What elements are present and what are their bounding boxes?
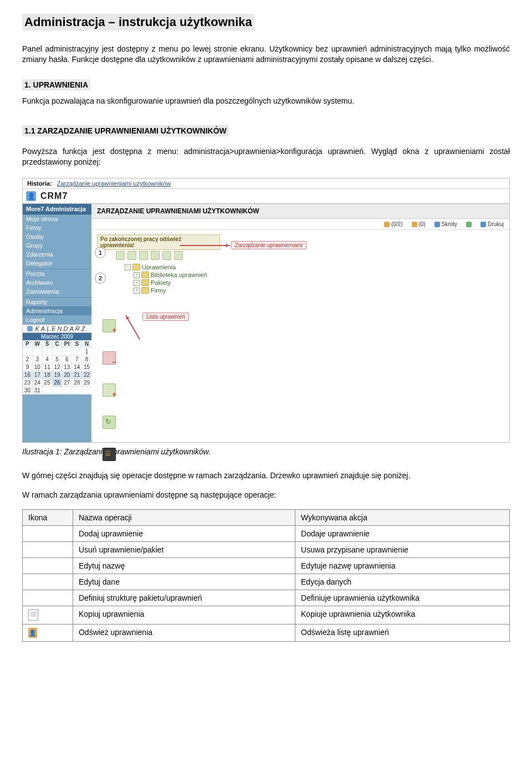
sidebar-item-firmy[interactable]: Firmy	[23, 223, 91, 232]
toolbar-drukuj[interactable]: Drukuj	[480, 221, 504, 227]
op-cell: Kopiuj uprawnienia	[73, 606, 295, 625]
toolbar-count2[interactable]: (0)	[412, 221, 426, 227]
sidebar-item-raporty[interactable]: Raporty	[23, 298, 91, 306]
folder-icon	[141, 287, 149, 294]
main-panel: ZARZĄDZANIE UPRAWNIENIAMI UŻYTKOWNIKÓW (…	[91, 204, 509, 442]
calendar-day[interactable]: 29	[82, 379, 91, 387]
calendar-day[interactable]: 22	[82, 371, 91, 379]
calendar-day[interactable]: 25	[43, 379, 53, 387]
calendar-day[interactable]: 5	[53, 356, 63, 364]
tool-add-icon[interactable]	[116, 251, 125, 260]
tree-expand-icon[interactable]: +	[134, 288, 140, 294]
tree-expand-icon[interactable]: +	[134, 280, 140, 286]
privileges-tree: − Uprawnienia + Biblioteka uprawnień +	[125, 263, 509, 294]
calendar-day[interactable]	[23, 348, 33, 356]
calendar-day[interactable]: 3	[33, 356, 43, 364]
calendar-day[interactable]: 18	[43, 371, 53, 379]
tool-edit-data-icon[interactable]	[151, 251, 160, 260]
tool-delete-icon[interactable]	[127, 251, 136, 260]
act-cell: Edytuje nazwę uprawnienia	[295, 558, 510, 574]
sidebar-item-grupy[interactable]: Grupy	[23, 241, 91, 250]
history-bar: Historia: Zarządzanie uprawnieniami użyt…	[23, 178, 509, 189]
calendar-day[interactable]: 19	[53, 371, 63, 379]
calendar-day[interactable]: 31	[33, 387, 43, 395]
sidebar-item-logout[interactable]: Logout	[23, 315, 91, 324]
calendar-day[interactable]	[62, 387, 72, 395]
brand-icon	[26, 191, 36, 201]
tree-collapse-icon[interactable]: −	[125, 264, 131, 270]
tree-expand-icon[interactable]: +	[134, 272, 140, 278]
calendar-day[interactable]: 6	[62, 356, 72, 364]
toolbar-shortcut-star[interactable]	[466, 221, 472, 227]
sidebar-item-zamowienia[interactable]: Zamówienia	[23, 287, 91, 296]
tool-edit-name-icon[interactable]	[139, 251, 148, 260]
toolbar-count1-text: (0/2)	[391, 221, 403, 227]
sidebar-item-administracja[interactable]: Administracja	[23, 306, 91, 315]
tool-copy-icon[interactable]	[162, 251, 171, 260]
calendar-prev-icon[interactable]	[27, 326, 33, 331]
calendar-day[interactable]: 11	[43, 364, 53, 371]
folder-icon	[141, 279, 149, 286]
annotation-badge-1: 1	[95, 247, 106, 258]
act-cell: Dodaje uprawnienie	[295, 526, 510, 542]
sidebar-item-archiwum[interactable]: Archiwum	[23, 278, 91, 287]
calendar-day[interactable]	[82, 387, 91, 395]
calendar-day[interactable]	[43, 387, 53, 395]
calendar-day[interactable]: 13	[62, 364, 72, 371]
calendar-day[interactable]: 24	[33, 379, 43, 387]
calendar-day[interactable]: 26	[53, 379, 63, 387]
sidebar-item-zdarzenia[interactable]: Zdarzenia	[23, 250, 91, 259]
section-11-text: Powyższa funkcja jest dostępna z menu: a…	[22, 146, 510, 167]
calendar-day[interactable]: 23	[23, 379, 33, 387]
section-1-title: 1. UPRAWNIENIA	[22, 79, 90, 90]
calendar-day[interactable]: 7	[72, 356, 82, 364]
calendar-header: KALENDARZ	[23, 324, 91, 333]
calendar-day[interactable]: 12	[53, 364, 63, 371]
tree-item[interactable]: + Firmy	[134, 286, 509, 294]
tree-item[interactable]: + Pakiety	[134, 279, 509, 286]
calendar-day[interactable]: 27	[62, 379, 72, 387]
main-title: ZARZĄDZANIE UPRAWNIENIAMI UŻYTKOWNIKÓW	[91, 204, 509, 219]
calendar-day[interactable]: 8	[82, 356, 91, 364]
op-cell: Definiuj strukturę pakietu/uprawnień	[73, 590, 295, 606]
calendar-day[interactable]	[72, 348, 82, 356]
calendar-day[interactable]: 16	[23, 371, 33, 379]
tree-root[interactable]: − Uprawnienia	[125, 263, 509, 271]
calendar-day[interactable]: 14	[72, 364, 82, 371]
calendar-day[interactable]	[72, 387, 82, 395]
calendar-dow: N	[82, 340, 91, 348]
calendar-day[interactable]: 15	[82, 364, 91, 371]
sidebar-item-osoby[interactable]: Osoby	[23, 232, 91, 241]
sidebar-item-poczta[interactable]: Poczta	[23, 269, 91, 278]
calendar-day[interactable]	[62, 348, 72, 356]
calendar-day[interactable]	[33, 348, 43, 356]
calendar-day[interactable]: 1	[82, 348, 91, 356]
calendar-day[interactable]: 30	[23, 387, 33, 395]
printer-icon	[480, 222, 486, 227]
calendar-day[interactable]: 4	[43, 356, 53, 364]
calendar-day[interactable]: 9	[23, 364, 33, 371]
sidebar-item-moja-strona[interactable]: Moja strona	[23, 214, 91, 223]
calendar-day[interactable]	[43, 348, 53, 356]
calendar-day[interactable]: 21	[72, 371, 82, 379]
toolbar-count1[interactable]: (0/2)	[384, 221, 403, 227]
calendar-day[interactable]: 20	[62, 371, 72, 379]
after-paragraph-1: W górnej części znajdują się operacje do…	[22, 470, 510, 481]
act-cell: Kopiuje uprawnienia użytkownika	[295, 606, 510, 625]
calendar-day[interactable]: 2	[23, 356, 33, 364]
calendar-day[interactable]: 17	[33, 371, 43, 379]
calendar-day[interactable]: 10	[33, 364, 43, 371]
calendar-day[interactable]	[53, 348, 63, 356]
sidebar-item-delegator[interactable]: Delegator	[23, 259, 91, 268]
calendar-day[interactable]: 28	[72, 379, 82, 387]
folder-icon	[132, 264, 140, 270]
tool-refresh-icon[interactable]	[174, 251, 183, 260]
toolbar-skroty[interactable]: Skróty	[434, 221, 457, 227]
calendar-day[interactable]	[53, 387, 63, 395]
calendar-dow: C	[53, 340, 63, 348]
annotation-badge-2: 2	[95, 273, 106, 284]
history-value[interactable]: Zarządzanie uprawnieniami użytkowników	[57, 180, 171, 187]
history-label: Historia:	[27, 180, 52, 187]
tree-item[interactable]: + Biblioteka uprawnień	[134, 271, 509, 279]
section-1-text: Funkcja pozwalająca na skonfigurowanie u…	[22, 96, 510, 106]
